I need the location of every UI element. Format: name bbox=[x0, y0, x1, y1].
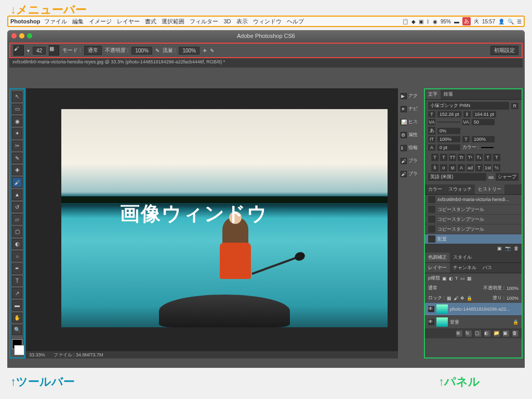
path-select-tool[interactable]: ↗ bbox=[12, 288, 22, 298]
layer-filter-kind[interactable]: p種類 bbox=[428, 275, 440, 282]
zoom-icon[interactable] bbox=[27, 33, 32, 38]
healing-brush-tool[interactable]: ✚ bbox=[12, 165, 22, 176]
document-tab[interactable]: xvfzo6lmb0-maria-victoria-heredia-reyes.… bbox=[9, 58, 523, 68]
visibility-icon[interactable]: 👁 bbox=[428, 306, 434, 312]
panel-brushes[interactable]: 🖌ブラ bbox=[399, 156, 423, 165]
zoom-percent[interactable]: 33.33% bbox=[29, 352, 45, 357]
menu-edit[interactable]: 編集 bbox=[72, 18, 84, 25]
allcaps-button[interactable]: TT bbox=[449, 154, 456, 161]
link-layers-icon[interactable]: ⊕ bbox=[456, 330, 462, 337]
delete-layer-icon[interactable]: 🗑 bbox=[512, 330, 518, 337]
airbrush-icon[interactable]: ✈ bbox=[203, 48, 207, 54]
workspace-select[interactable]: 初期設定 bbox=[490, 46, 518, 55]
history-item[interactable]: コピースタンプツール bbox=[425, 224, 522, 234]
tab-paths[interactable]: パス bbox=[480, 263, 495, 273]
strike-button[interactable]: T bbox=[493, 154, 500, 161]
zoom-tool[interactable]: 🔍 bbox=[12, 325, 22, 335]
tab-layers[interactable]: レイヤー bbox=[425, 263, 450, 273]
bold-button[interactable]: T bbox=[431, 154, 438, 161]
bluetooth-icon[interactable]: ᛒ bbox=[427, 19, 430, 24]
marquee-tool[interactable]: ▭ bbox=[12, 104, 22, 114]
eraser-tool[interactable]: ▱ bbox=[12, 214, 22, 224]
brush-tool-icon[interactable]: 🖌 bbox=[14, 45, 24, 56]
tablet-pressure-size-icon[interactable]: ✎ bbox=[210, 48, 214, 54]
text-color[interactable] bbox=[481, 147, 494, 148]
vscale[interactable]: 100% bbox=[437, 136, 460, 142]
lock-transparent-icon[interactable]: ▦ bbox=[447, 296, 451, 301]
tab-styles[interactable]: スタイル bbox=[450, 252, 475, 262]
history-snapshot[interactable]: xvfzo6lmb0-maria-victoria-heredi... bbox=[425, 195, 522, 205]
menu-layer[interactable]: レイヤー bbox=[117, 18, 140, 25]
move-tool[interactable]: ↖ bbox=[12, 91, 22, 102]
layer-name[interactable]: 背景 bbox=[450, 319, 459, 326]
wifi-icon[interactable]: ◉ bbox=[433, 19, 437, 24]
pen-tool[interactable]: ✒ bbox=[12, 263, 22, 274]
lock-image-icon[interactable]: 🖌 bbox=[454, 296, 458, 301]
evernote-icon[interactable]: ◆ bbox=[411, 19, 416, 24]
menu-view[interactable]: 表示 bbox=[236, 18, 248, 25]
tab-character[interactable]: 文字 bbox=[425, 89, 441, 99]
menu-select[interactable]: 選択範囲 bbox=[162, 18, 184, 25]
layer-row[interactable]: 👁photo-1448518184296-a22... bbox=[425, 303, 522, 316]
battery-icon[interactable]: ▬ bbox=[454, 19, 459, 24]
smallcaps-button[interactable]: Tr bbox=[458, 154, 465, 161]
tab-history[interactable]: ヒストリー bbox=[475, 184, 504, 194]
crop-tool[interactable]: ✂ bbox=[12, 141, 22, 151]
panel-navigator[interactable]: ✦ナビ bbox=[399, 104, 423, 113]
menu-type[interactable]: 書式 bbox=[145, 18, 156, 25]
kerning[interactable] bbox=[437, 122, 460, 123]
oldstyle-button[interactable]: σ bbox=[440, 164, 447, 171]
tsume[interactable]: 0% bbox=[437, 128, 460, 134]
tab-color[interactable]: カラー bbox=[425, 184, 445, 194]
hand-tool[interactable]: ✋ bbox=[12, 313, 22, 323]
blend-mode[interactable]: 通常 bbox=[428, 285, 481, 291]
font-style-select[interactable]: R bbox=[511, 103, 519, 109]
fill-value[interactable]: 100% bbox=[507, 296, 518, 301]
menu-filter[interactable]: フィルター bbox=[190, 18, 218, 25]
new-layer-icon[interactable]: ▣ bbox=[503, 330, 509, 337]
subscript-button[interactable]: T₁ bbox=[475, 154, 483, 161]
chevron-down-icon[interactable]: ▾ bbox=[27, 48, 30, 54]
window-titlebar[interactable]: Adobe Photoshop CS6 bbox=[7, 30, 525, 42]
ime-indicator[interactable]: あ bbox=[462, 17, 471, 25]
adjustment-layer-icon[interactable]: ◐ bbox=[484, 330, 490, 337]
canvas-area[interactable]: 画像ウィンドウ 33.33% ファイル : 34.8M/73.7M bbox=[26, 88, 398, 358]
language-select[interactable]: 英語 (米国) bbox=[428, 173, 486, 181]
dodge-tool[interactable]: ○ bbox=[12, 251, 22, 261]
panel-histogram[interactable]: 📊ヒス bbox=[399, 117, 423, 126]
lock-position-icon[interactable]: ✥ bbox=[460, 296, 464, 301]
underline-button[interactable]: T bbox=[484, 154, 491, 161]
lasso-tool[interactable]: ◉ bbox=[12, 116, 22, 126]
baseline[interactable]: 0 pt bbox=[437, 144, 460, 151]
menu-image[interactable]: イメージ bbox=[89, 18, 112, 25]
flow-value[interactable]: 100% bbox=[179, 47, 200, 55]
tab-swatches[interactable]: スウォッチ bbox=[445, 184, 475, 194]
hscale[interactable]: 100% bbox=[472, 136, 495, 142]
trash-icon[interactable]: 🗑 bbox=[514, 246, 518, 251]
filter-shape-icon[interactable]: ▭ bbox=[460, 276, 465, 281]
document-image[interactable]: 画像ウィンドウ bbox=[61, 109, 388, 327]
tab-paragraph[interactable]: 段落 bbox=[441, 89, 456, 99]
visibility-icon[interactable]: 👁 bbox=[428, 319, 434, 325]
history-item[interactable]: コピースタンプツール bbox=[425, 205, 522, 215]
brush-preset-icon[interactable]: ▦ bbox=[49, 45, 59, 56]
menu-3d[interactable]: 3D bbox=[223, 18, 231, 24]
layer-thumbnail[interactable] bbox=[436, 304, 448, 314]
history-brush-tool[interactable]: ↺ bbox=[12, 202, 22, 212]
leading[interactable]: 164.61 pt bbox=[473, 111, 497, 117]
layer-fx-icon[interactable]: fx bbox=[466, 330, 472, 337]
minimize-icon[interactable] bbox=[19, 33, 24, 38]
panel-info[interactable]: ℹ情報 bbox=[399, 143, 423, 152]
ordinal-button[interactable]: T bbox=[475, 164, 483, 171]
blend-mode-select[interactable]: 通常 bbox=[84, 46, 102, 55]
superscript-button[interactable]: T¹ bbox=[467, 154, 474, 161]
layer-opacity[interactable]: 100% bbox=[507, 286, 518, 291]
layer-thumbnail[interactable] bbox=[436, 317, 448, 327]
close-icon[interactable] bbox=[11, 33, 17, 38]
filter-type-icon[interactable]: T bbox=[455, 276, 458, 281]
eyedropper-tool[interactable]: ✎ bbox=[12, 153, 22, 163]
background-color[interactable] bbox=[14, 345, 24, 355]
history-item[interactable]: 配置 bbox=[425, 234, 522, 244]
antialias-select[interactable]: シャープ bbox=[496, 173, 518, 181]
create-doc-icon[interactable]: ▣ bbox=[497, 246, 502, 251]
